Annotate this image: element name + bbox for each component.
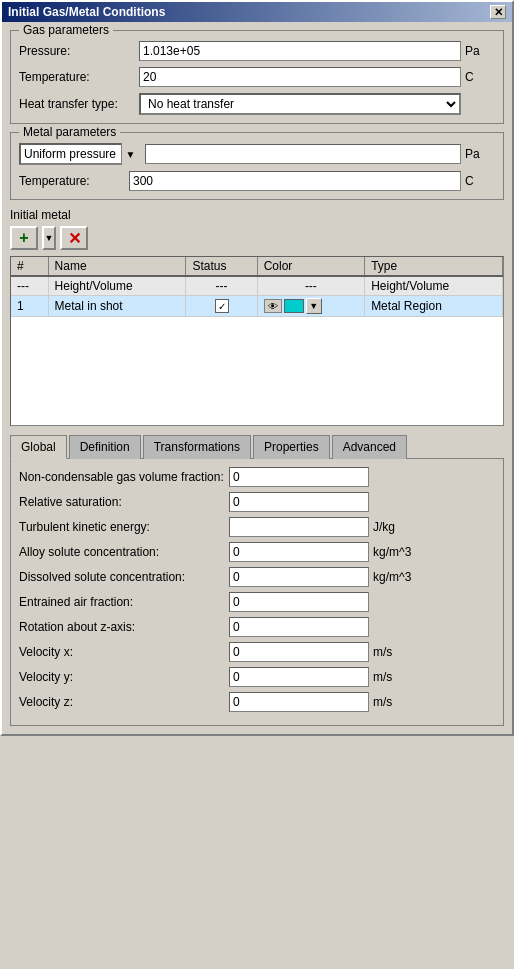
temperature-input[interactable] (139, 67, 461, 87)
global-field-input-6[interactable] (229, 617, 369, 637)
global-field-label-8: Velocity y: (19, 670, 229, 684)
row1-color: --- (257, 276, 364, 296)
global-field-input-5[interactable] (229, 592, 369, 612)
col-type: Type (365, 257, 503, 276)
heat-transfer-label: Heat transfer type: (19, 97, 139, 111)
tab-properties[interactable]: Properties (253, 435, 330, 459)
delete-button[interactable]: ✕ (60, 226, 88, 250)
global-field-label-7: Velocity x: (19, 645, 229, 659)
global-field-label-6: Rotation about z-axis: (19, 620, 229, 634)
temperature-unit: C (465, 70, 495, 84)
col-status: Status (186, 257, 257, 276)
heat-transfer-dropdown-wrapper: No heat transfer Adiabatic Thermal equil… (139, 93, 461, 115)
row2-color: 👁 ▼ (257, 296, 364, 317)
metal-table: # Name Status Color Type --- Height/Volu… (11, 257, 503, 317)
row2-type: Metal Region (365, 296, 503, 317)
tabs-bar: Global Definition Transformations Proper… (10, 434, 504, 458)
row2-name: Metal in shot (48, 296, 186, 317)
global-field-label-2: Turbulent kinetic energy: (19, 520, 229, 534)
row1-status: --- (186, 276, 257, 296)
tab-advanced[interactable]: Advanced (332, 435, 407, 459)
metal-pressure-row: Uniform pressure Hydrostatic ▼ Pa (19, 143, 495, 165)
heat-transfer-select[interactable]: No heat transfer Adiabatic Thermal equil… (139, 93, 461, 115)
metal-pressure-input[interactable] (145, 144, 461, 164)
col-num: # (11, 257, 48, 276)
global-field-input-8[interactable] (229, 667, 369, 687)
global-field-input-1[interactable] (229, 492, 369, 512)
row2-status[interactable]: ✓ (186, 296, 257, 317)
global-field-label-9: Velocity z: (19, 695, 229, 709)
add-button[interactable]: + (10, 226, 38, 250)
status-checkbox[interactable]: ✓ (215, 299, 229, 313)
add-icon: + (19, 229, 28, 247)
global-field-label-1: Relative saturation: (19, 495, 229, 509)
color-dropdown-button[interactable]: ▼ (306, 298, 322, 314)
metal-pressure-type-select[interactable]: Uniform pressure Hydrostatic (19, 143, 139, 165)
global-field-row-6: Rotation about z-axis: (19, 617, 495, 637)
metal-temperature-input[interactable] (129, 171, 461, 191)
global-field-input-3[interactable] (229, 542, 369, 562)
pressure-unit: Pa (465, 44, 495, 58)
main-window: Initial Gas/Metal Conditions ✕ Gas param… (0, 0, 514, 736)
global-field-row-9: Velocity z:m/s (19, 692, 495, 712)
global-field-row-4: Dissolved solute concentration:kg/m^3 (19, 567, 495, 587)
global-field-row-1: Relative saturation: (19, 492, 495, 512)
global-field-input-7[interactable] (229, 642, 369, 662)
global-field-unit-7: m/s (373, 645, 418, 659)
title-bar: Initial Gas/Metal Conditions ✕ (2, 2, 512, 22)
row1-num: --- (11, 276, 48, 296)
temperature-row: Temperature: C (19, 67, 495, 87)
close-button[interactable]: ✕ (490, 5, 506, 19)
pressure-input[interactable] (139, 41, 461, 61)
global-tab-fields: Non-condensable gas volume fraction:Rela… (19, 467, 495, 712)
global-field-input-9[interactable] (229, 692, 369, 712)
add-dropdown-button[interactable]: ▼ (42, 226, 56, 250)
tab-global[interactable]: Global (10, 435, 67, 459)
global-field-row-7: Velocity x:m/s (19, 642, 495, 662)
global-field-unit-2: J/kg (373, 520, 418, 534)
global-field-unit-4: kg/m^3 (373, 570, 418, 584)
delete-icon: ✕ (68, 229, 81, 248)
metal-temperature-label: Temperature: (19, 174, 129, 188)
color-swatch[interactable] (284, 299, 304, 313)
add-dropdown-arrow-icon: ▼ (45, 233, 54, 243)
metal-parameters-label: Metal parameters (19, 125, 120, 139)
table-row: --- Height/Volume --- --- Height/Volume (11, 276, 503, 296)
metal-pressure-type-wrapper: Uniform pressure Hydrostatic ▼ (19, 143, 139, 165)
tab-transformations[interactable]: Transformations (143, 435, 251, 459)
global-field-input-2[interactable] (229, 517, 369, 537)
pressure-label: Pressure: (19, 44, 139, 58)
initial-metal-toolbar: + ▼ ✕ (10, 226, 504, 250)
window-title: Initial Gas/Metal Conditions (8, 5, 165, 19)
metal-table-container: # Name Status Color Type --- Height/Volu… (10, 256, 504, 426)
global-field-row-2: Turbulent kinetic energy:J/kg (19, 517, 495, 537)
global-field-label-3: Alloy solute concentration: (19, 545, 229, 559)
row1-name: Height/Volume (48, 276, 186, 296)
table-row[interactable]: 1 Metal in shot ✓ 👁 (11, 296, 503, 317)
global-field-input-4[interactable] (229, 567, 369, 587)
global-field-unit-3: kg/m^3 (373, 545, 418, 559)
metal-parameters-group: Metal parameters Uniform pressure Hydros… (10, 132, 504, 200)
global-field-row-5: Entrained air fraction: (19, 592, 495, 612)
metal-temperature-unit: C (465, 174, 495, 188)
row2-num: 1 (11, 296, 48, 317)
heat-transfer-row: Heat transfer type: No heat transfer Adi… (19, 93, 495, 115)
tab-definition[interactable]: Definition (69, 435, 141, 459)
global-field-unit-8: m/s (373, 670, 418, 684)
color-swatch-wrapper: 👁 ▼ (264, 298, 358, 314)
gas-parameters-label: Gas parameters (19, 23, 113, 37)
tab-content-global: Non-condensable gas volume fraction:Rela… (10, 458, 504, 726)
global-field-input-0[interactable] (229, 467, 369, 487)
eye-icon[interactable]: 👁 (264, 299, 282, 313)
global-field-label-4: Dissolved solute concentration: (19, 570, 229, 584)
metal-pressure-unit: Pa (465, 147, 495, 161)
global-field-label-0: Non-condensable gas volume fraction: (19, 470, 229, 484)
global-field-unit-9: m/s (373, 695, 418, 709)
initial-metal-label: Initial metal (10, 208, 504, 222)
row1-type: Height/Volume (365, 276, 503, 296)
global-field-row-0: Non-condensable gas volume fraction: (19, 467, 495, 487)
global-field-row-8: Velocity y:m/s (19, 667, 495, 687)
col-name: Name (48, 257, 186, 276)
pressure-row: Pressure: Pa (19, 41, 495, 61)
global-field-row-3: Alloy solute concentration:kg/m^3 (19, 542, 495, 562)
